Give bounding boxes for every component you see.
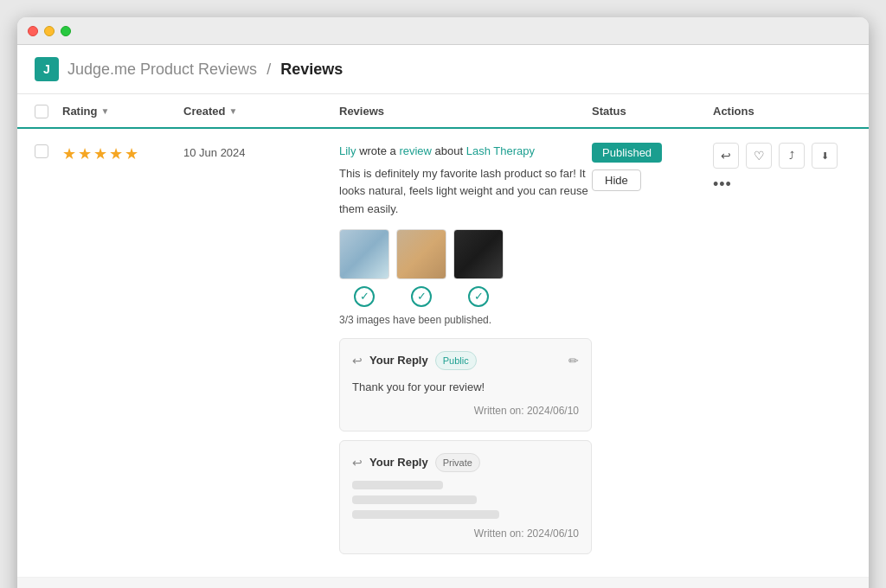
table-header: Rating ▼ Created ▼ Reviews Status Action… [17, 94, 869, 129]
col-checkbox [35, 103, 62, 118]
img-check-2: ✓ [411, 286, 432, 307]
private-line-3 [352, 510, 499, 519]
save-icon: ⬇ [821, 150, 829, 162]
close-dot[interactable] [28, 26, 38, 36]
public-reply-box: ↩ Your Reply Public ✏ Thank you for your… [339, 338, 592, 431]
review-image-2[interactable] [396, 229, 446, 279]
star-4: ★ [109, 144, 123, 163]
img-check-1: ✓ [354, 286, 375, 307]
row-checkbox-cell [35, 143, 62, 158]
review-title: Lily wrote a review about Lash Therapy [339, 143, 592, 160]
more-actions-button[interactable]: ••• [713, 176, 732, 194]
star-1: ★ [62, 144, 76, 163]
titlebar [17, 17, 869, 45]
public-reply-icon: ↩ [352, 352, 363, 370]
row-checkbox[interactable] [35, 144, 48, 158]
review-image-1[interactable] [339, 229, 389, 279]
star-2: ★ [78, 144, 92, 163]
more-icon: ••• [713, 176, 732, 193]
private-line-2 [352, 495, 477, 504]
published-badge: Published [592, 143, 662, 163]
star-rating: ★ ★ ★ ★ ★ [62, 144, 183, 163]
private-reply-box: ↩ Your Reply Private Written on: 2024/06… [339, 440, 592, 555]
image-checks: ✓ ✓ ✓ [339, 286, 592, 307]
col-actions: Actions [713, 105, 851, 118]
col-reviews: Reviews [339, 105, 592, 118]
public-reply-text: Thank you for your review! [352, 379, 579, 396]
author-link[interactable]: Lily [339, 144, 356, 157]
maximize-dot[interactable] [61, 26, 71, 36]
app-title: Judge.me Product Reviews / Reviews [67, 61, 343, 79]
private-badge: Private [435, 453, 480, 473]
review-link[interactable]: review [399, 144, 432, 157]
share-action-button[interactable]: ⤴ [779, 143, 805, 169]
review-date: 10 Jun 2024 [183, 146, 339, 159]
private-reply-date: Written on: 2024/06/10 [352, 526, 579, 541]
public-badge: Public [435, 351, 477, 371]
hide-button[interactable]: Hide [592, 169, 641, 191]
table-row: ★ ★ ★ ★ ★ 10 Jun 2024 Lily wrote a revie… [17, 129, 869, 578]
review-images [339, 229, 592, 279]
share-icon: ⤴ [789, 150, 794, 162]
actions-cell: ↩ ♡ ⤴ ⬇ ••• [713, 143, 851, 194]
private-reply-header: ↩ Your Reply Private [352, 453, 579, 473]
review-content-cell: Lily wrote a review about Lash Therapy T… [339, 143, 592, 563]
star-3: ★ [93, 144, 107, 163]
rating-sort-icon: ▼ [100, 106, 109, 116]
reply-action-icon: ↩ [721, 149, 731, 163]
public-reply-label: Your Reply [369, 352, 428, 369]
heart-icon: ♡ [754, 149, 765, 163]
save-action-button[interactable]: ⬇ [812, 143, 838, 169]
edit-icon[interactable]: ✏ [568, 352, 579, 370]
private-reply-lines [352, 481, 579, 519]
created-sort-icon: ▼ [228, 106, 237, 116]
private-reply-label: Your Reply [369, 454, 428, 471]
app-logo: J [35, 57, 59, 81]
star-5: ★ [125, 144, 138, 163]
review-image-3[interactable] [453, 229, 504, 279]
public-reply-date: Written on: 2024/06/10 [352, 403, 579, 419]
heart-action-button[interactable]: ♡ [746, 143, 772, 169]
img-check-1-container: ✓ [339, 286, 389, 307]
images-published-text: 3/3 images have been published. [339, 312, 592, 328]
date-cell: 10 Jun 2024 [183, 143, 339, 159]
private-line-1 [352, 481, 443, 489]
review-body: This is definitely my favorite lash prod… [339, 165, 592, 219]
app-window: J Judge.me Product Reviews / Reviews Rat… [17, 17, 869, 588]
col-rating[interactable]: Rating ▼ [62, 105, 183, 118]
header-checkbox[interactable] [35, 105, 48, 118]
minimize-dot[interactable] [44, 26, 55, 36]
public-reply-header: ↩ Your Reply Public ✏ [352, 351, 579, 371]
product-link[interactable]: Lash Therapy [466, 144, 535, 157]
status-cell: Published Hide [592, 143, 713, 191]
img-check-3-container: ✓ [453, 286, 504, 307]
reply-action-button[interactable]: ↩ [713, 143, 739, 169]
rating-cell: ★ ★ ★ ★ ★ [62, 143, 183, 163]
app-header: J Judge.me Product Reviews / Reviews [17, 45, 869, 94]
private-reply-icon: ↩ [352, 454, 363, 472]
col-status: Status [592, 105, 713, 118]
col-created[interactable]: Created ▼ [183, 105, 339, 118]
img-check-3: ✓ [468, 286, 489, 307]
app-content: J Judge.me Product Reviews / Reviews Rat… [17, 45, 869, 578]
img-check-2-container: ✓ [396, 286, 446, 307]
